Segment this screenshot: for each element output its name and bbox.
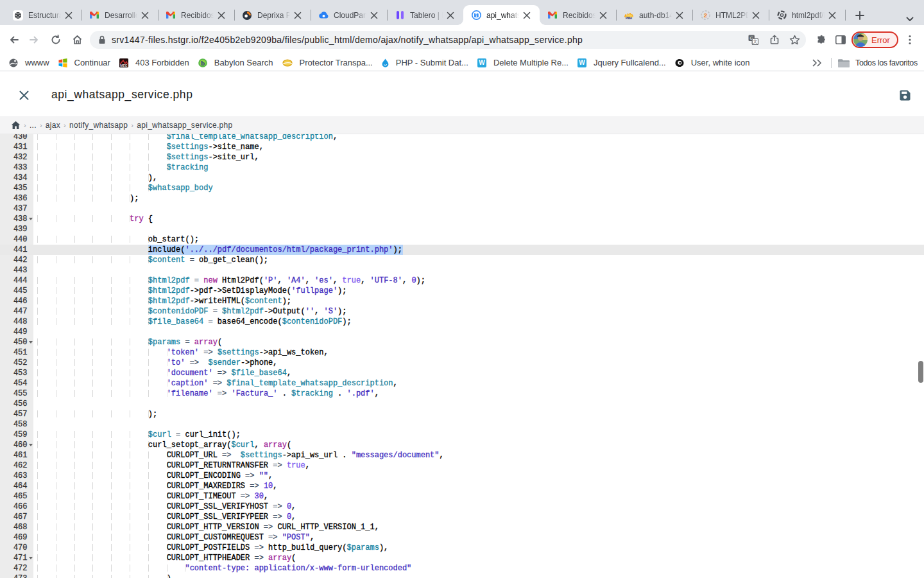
svg-text:PMA: PMA <box>626 17 633 19</box>
svg-text:MEG: MEG <box>120 63 128 67</box>
svg-text:文: 文 <box>753 39 757 44</box>
svg-text:2: 2 <box>703 12 706 19</box>
svg-text:b: b <box>201 60 205 67</box>
